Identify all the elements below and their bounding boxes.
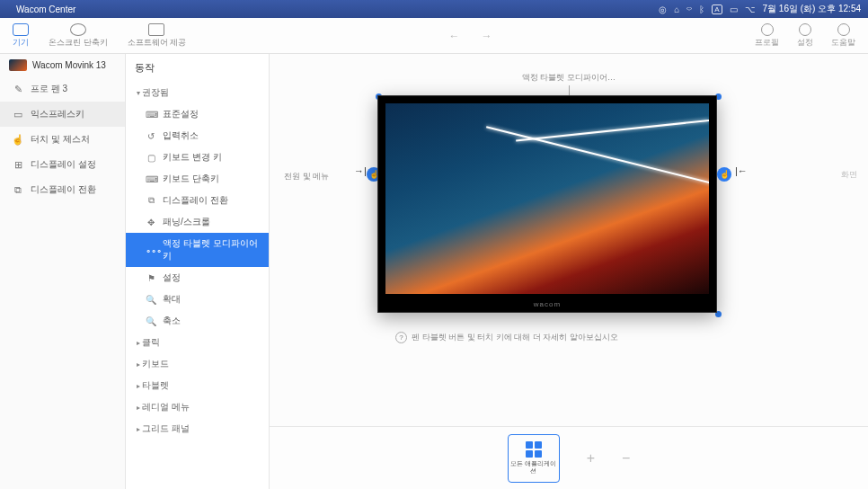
modifier-icon: ∘∘∘ (146, 245, 156, 255)
wacom-logo: wacom (534, 300, 561, 308)
profile-icon (761, 23, 774, 36)
group-recommended[interactable]: 권장됨 (126, 82, 269, 103)
sidebar-item-pen[interactable]: ✎ 프로 펜 3 (0, 76, 125, 102)
action-settings[interactable]: ⚑설정 (126, 267, 269, 289)
action-panscroll-label: 패닝/스크롤 (163, 216, 210, 228)
action-sidebar: 동작 권장됨 ⌨표준설정 ↺입력취소 ▢키보드 변경 키 ⌨키보드 단축키 ⧉디… (126, 54, 270, 489)
action-display-switch[interactable]: ⧉디스플레이 전환 (126, 190, 269, 211)
sidebar-dispsw-label: 디스플레이 전환 (31, 183, 96, 196)
device-header[interactable]: Wacom Movink 13 (0, 54, 125, 76)
action-settings-label: 설정 (163, 271, 181, 284)
top-key-label: 액정 타블렛 모디파이어… (522, 72, 616, 98)
tab-onscreen-shortcuts[interactable]: 온스크린 단축키 (49, 23, 108, 49)
standard-icon: ⌨ (146, 110, 156, 120)
zoomin-icon: 🔍 (146, 295, 156, 305)
dispswitch-icon: ⧉ (146, 195, 156, 206)
group-click[interactable]: 클릭 (126, 332, 269, 353)
pen-icon: ✎ (13, 84, 23, 94)
status-icon[interactable]: ◎ (659, 4, 667, 14)
action-zoomout-label: 축소 (163, 315, 181, 327)
group-tablet[interactable]: 타블렛 (126, 375, 269, 396)
sidebar-express-label: 익스프레스키 (31, 108, 84, 120)
back-icon[interactable]: ← (449, 30, 460, 42)
help-tip[interactable]: 펜 타블렛 버튼 및 터치 키에 대해 더 자세히 알아보십시오 (395, 332, 618, 343)
action-modifier-label: 액정 타블렛 모디파이어 키 (163, 237, 261, 262)
tab-onscreen-label: 온스크린 단축키 (49, 37, 108, 49)
menubar: Wacom Center ◎ ⌂ ⌔ ᛒ A ▭ ⌥ 7월 16일 (화) 오후… (0, 0, 868, 18)
tablet-screen (385, 103, 709, 294)
toolbar: 기기 온스크린 단축키 소프트웨어 제공 ← → 프로필 설정 도움말 (0, 18, 868, 54)
content: 액정 타블렛 모디파이어… 전원 및 메뉴 화면 →| ☝ wacom ☝ |←… (270, 54, 868, 489)
device-icon (13, 23, 29, 36)
touch-icon: ☝ (13, 134, 23, 145)
sidebar-item-display-switch[interactable]: ⧉ 디스플레이 전환 (0, 177, 125, 202)
control-center-icon[interactable]: ⌥ (745, 4, 756, 14)
panscroll-icon: ✥ (146, 218, 156, 227)
profile-label: 프로필 (755, 37, 779, 49)
tab-device-label: 기기 (13, 37, 29, 49)
action-keyboard-shortcut[interactable]: ⌨키보드 단축키 (126, 168, 269, 190)
arrow-left-icon: →| (354, 165, 367, 176)
battery-icon[interactable]: ▭ (730, 4, 738, 14)
right-key-label: 화면 (841, 169, 857, 181)
group-radial-menu[interactable]: 레디얼 메뉴 (126, 396, 269, 418)
help-button[interactable]: 도움말 (831, 23, 855, 49)
action-undo[interactable]: ↺입력취소 (126, 125, 269, 147)
action-dispswitch-label: 디스플레이 전환 (163, 194, 228, 207)
group-keyboard[interactable]: 키보드 (126, 353, 269, 375)
sidebar-item-touch[interactable]: ☝ 터치 및 제스처 (0, 127, 125, 152)
action-pan-scroll[interactable]: ✥패닝/스크롤 (126, 211, 269, 233)
action-zoom-out[interactable]: 🔍축소 (126, 310, 269, 332)
tab-device[interactable]: 기기 (13, 23, 29, 49)
action-standard-label: 표준설정 (163, 108, 199, 120)
display-icon: ⊞ (13, 159, 23, 170)
sidebar-item-expresskeys[interactable]: ▭ 익스프레스키 (0, 102, 125, 127)
forward-icon[interactable]: → (482, 30, 492, 42)
device-sidebar: Wacom Movink 13 ✎ 프로 펜 3 ▭ 익스프레스키 ☝ 터치 및… (0, 54, 126, 489)
tablet-preview-area: 액정 타블렛 모디파이어… 전원 및 메뉴 화면 →| ☝ wacom ☝ |←… (270, 54, 868, 426)
settings-button[interactable]: 설정 (797, 23, 813, 49)
sidebar-touch-label: 터치 및 제스처 (31, 133, 90, 146)
action-undo-label: 입력취소 (163, 129, 199, 142)
tab-software[interactable]: 소프트웨어 제공 (128, 23, 187, 49)
add-application-button[interactable]: + (587, 450, 595, 467)
menubar-clock[interactable]: 7월 16일 (화) 오후 12:54 (763, 3, 861, 15)
profile-button[interactable]: 프로필 (755, 23, 779, 49)
action-zoomin-label: 확대 (163, 293, 181, 306)
help-icon (837, 23, 850, 36)
device-thumbnail (9, 59, 27, 71)
undo-icon: ↺ (146, 131, 156, 141)
app-name[interactable]: Wacom Center (16, 4, 75, 14)
expresskeys-icon: ▭ (13, 109, 23, 120)
tab-software-label: 소프트웨어 제공 (128, 37, 187, 49)
action-kbshort-label: 키보드 단축키 (163, 173, 219, 185)
shortcuts-icon (70, 23, 86, 36)
wifi-icon[interactable]: ⌔ (686, 4, 692, 14)
arrow-right-icon: |← (735, 165, 748, 176)
all-applications-tile[interactable]: 모든 애플리케이션 (508, 434, 560, 483)
grid-icon (526, 441, 542, 458)
left-key-label: 전원 및 메뉴 (284, 171, 329, 182)
kbshort-icon: ⌨ (146, 174, 156, 184)
action-keyboard-change[interactable]: ▢키보드 변경 키 (126, 147, 269, 168)
action-title: 동작 (126, 54, 269, 82)
home-icon[interactable]: ⌂ (674, 4, 679, 14)
action-kbchange-label: 키보드 변경 키 (163, 151, 222, 164)
main: Wacom Movink 13 ✎ 프로 펜 3 ▭ 익스프레스키 ☝ 터치 및… (0, 54, 868, 489)
bluetooth-icon[interactable]: ᛒ (699, 4, 704, 14)
action-standard[interactable]: ⌨표준설정 (126, 103, 269, 125)
zoomout-icon: 🔍 (146, 316, 156, 326)
software-icon (148, 23, 164, 36)
action-zoom-in[interactable]: 🔍확대 (126, 289, 269, 310)
tablet-preview: wacom (377, 95, 717, 313)
action-modifier-key[interactable]: ∘∘∘액정 타블렛 모디파이어 키 (126, 233, 269, 267)
remove-application-button[interactable]: − (622, 450, 630, 467)
sidebar-dispset-label: 디스플레이 설정 (31, 158, 96, 171)
right-button-handle[interactable]: ☝ (717, 167, 731, 182)
sidebar-item-display-settings[interactable]: ⊞ 디스플레이 설정 (0, 152, 125, 177)
group-grid-panel[interactable]: 그리드 패널 (126, 418, 269, 440)
settings-label: 설정 (797, 37, 813, 49)
settings-icon: ⚑ (146, 273, 156, 283)
input-source-icon[interactable]: A (712, 4, 722, 14)
display-switch-icon: ⧉ (13, 184, 23, 195)
